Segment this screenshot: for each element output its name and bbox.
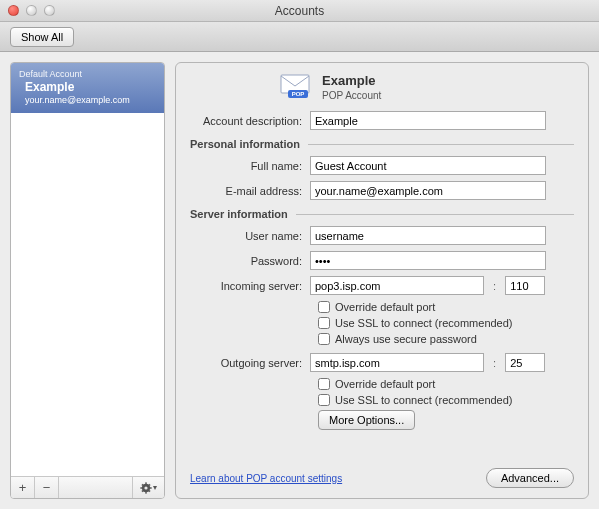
divider [296,214,574,215]
account-email: your.name@example.com [25,95,156,105]
gear-icon [140,482,158,494]
outgoing-port-input[interactable] [505,353,545,372]
add-account-button[interactable]: + [11,477,35,498]
description-input[interactable] [310,111,546,130]
spacer [59,477,132,498]
checkbox-icon[interactable] [318,394,330,406]
server-info-label: Server information [190,208,296,220]
account-item-default[interactable]: Default Account Example your.name@exampl… [11,63,164,113]
outgoing-server-input[interactable] [310,353,484,372]
section-server: Server information [190,208,574,220]
plus-icon: + [19,480,27,495]
zoom-icon[interactable] [44,5,55,16]
advanced-button[interactable]: Advanced... [486,468,574,488]
titlebar: Accounts [0,0,599,22]
ssl-label: Use SSL to connect (recommended) [335,317,513,329]
accounts-list[interactable]: Default Account Example your.name@exampl… [11,63,164,476]
outgoing-label: Outgoing server: [190,357,310,369]
username-label: User name: [190,230,310,242]
secure-password-checkbox[interactable]: Always use secure password [318,333,574,345]
checkbox-icon[interactable] [318,333,330,345]
ssl-label: Use SSL to connect (recommended) [335,394,513,406]
section-personal: Personal information [190,138,574,150]
mail-pop-icon: POP [280,74,312,100]
incoming-label: Incoming server: [190,280,310,292]
accounts-sidebar: Default Account Example your.name@exampl… [10,62,165,499]
svg-point-1 [144,486,147,489]
incoming-ssl-checkbox[interactable]: Use SSL to connect (recommended) [318,317,574,329]
divider [308,144,574,145]
toolbar: Show All [0,22,599,52]
secure-password-label: Always use secure password [335,333,477,345]
personal-info-label: Personal information [190,138,308,150]
override-port-label: Override default port [335,378,435,390]
outgoing-override-port-checkbox[interactable]: Override default port [318,378,574,390]
port-separator: : [493,357,496,369]
main-split: Default Account Example your.name@exampl… [0,52,599,509]
account-default-label: Default Account [19,69,156,79]
svg-rect-2 [145,482,146,484]
incoming-port-input[interactable] [505,276,545,295]
port-separator: : [493,280,496,292]
description-label: Account description: [190,115,310,127]
checkbox-icon[interactable] [318,378,330,390]
actions-menu-button[interactable] [132,477,164,498]
panel-footer: Learn about POP account settings Advance… [190,468,574,488]
svg-rect-3 [145,491,146,493]
svg-rect-4 [140,487,142,488]
incoming-override-port-checkbox[interactable]: Override default port [318,301,574,313]
window-title: Accounts [0,4,599,18]
account-detail-panel: POP Example POP Account Account descript… [175,62,589,499]
svg-text:POP: POP [292,91,305,97]
minus-icon: − [43,480,51,495]
fullname-input[interactable] [310,156,546,175]
account-title: Example [322,73,381,88]
override-port-label: Override default port [335,301,435,313]
account-name: Example [25,80,156,94]
svg-rect-5 [149,487,151,488]
more-options-button[interactable]: More Options... [318,410,415,430]
traffic-lights [8,5,55,16]
account-type-label: POP Account [322,90,381,101]
close-icon[interactable] [8,5,19,16]
checkbox-icon[interactable] [318,317,330,329]
account-header: POP Example POP Account [280,73,574,101]
checkbox-icon[interactable] [318,301,330,313]
remove-account-button[interactable]: − [35,477,59,498]
email-label: E-mail address: [190,185,310,197]
minimize-icon[interactable] [26,5,37,16]
password-label: Password: [190,255,310,267]
incoming-server-input[interactable] [310,276,484,295]
learn-link[interactable]: Learn about POP account settings [190,473,342,484]
sidebar-footer: + − [11,476,164,498]
outgoing-ssl-checkbox[interactable]: Use SSL to connect (recommended) [318,394,574,406]
fullname-label: Full name: [190,160,310,172]
password-input[interactable] [310,251,546,270]
email-input[interactable] [310,181,546,200]
show-all-button[interactable]: Show All [10,27,74,47]
username-input[interactable] [310,226,546,245]
header-text: Example POP Account [322,73,381,101]
